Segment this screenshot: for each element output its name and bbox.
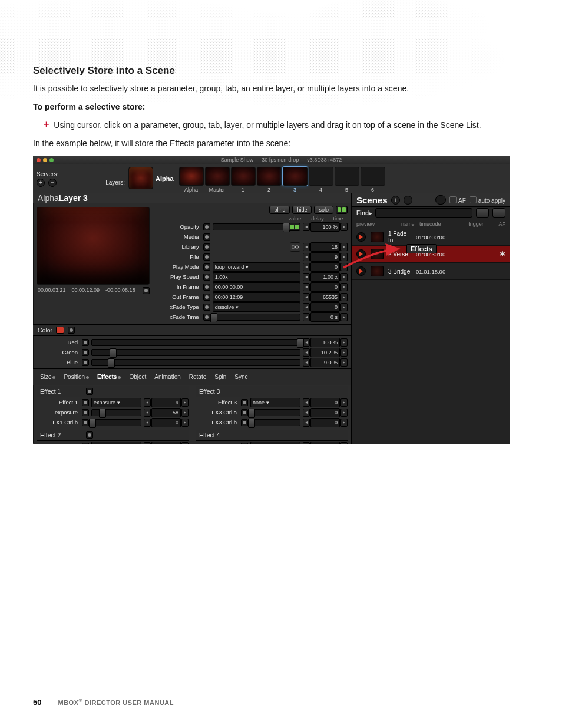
effect3-header[interactable]: Effect 3 [196,386,348,397]
step-up-button[interactable]: ▸ [340,442,348,445]
layer-thumb[interactable]: Master [204,167,230,193]
tab-object[interactable]: Object [127,373,148,381]
param-row[interactable]: Green◂10.2 %▸ [37,347,348,357]
param-value[interactable]: 9 [151,398,181,407]
param-row[interactable]: Opacity◂100 %▸ [158,222,348,232]
param-row[interactable]: Media [158,232,348,242]
param-row[interactable]: Out Frame00:00:12:09◂65535▸ [158,292,348,302]
step-up-button[interactable]: ▸ [181,409,189,417]
server-thumb[interactable] [128,167,153,189]
step-down-button[interactable]: ◂ [303,253,310,261]
param-slider[interactable] [91,409,141,416]
step-up-button[interactable]: ▸ [181,442,189,445]
step-down-button[interactable]: ◂ [144,398,151,407]
step-up-button[interactable]: ▸ [340,303,348,311]
param-value[interactable]: 0 [310,398,340,407]
step-down-button[interactable]: ◂ [303,419,310,427]
blind-button[interactable]: blind [269,206,290,214]
tab-position[interactable]: Position [61,373,91,381]
add-scene-button[interactable]: + [391,196,400,205]
layer-thumb[interactable]: Alpha [178,167,204,193]
auto-apply-toggle[interactable]: auto apply [470,196,505,204]
scene-row[interactable]: 2 Verse01:00:30:00✱ [352,246,510,263]
step-up-button[interactable]: ▸ [340,293,348,301]
param-slider[interactable] [250,419,300,426]
param-value[interactable]: 0 [310,262,340,272]
step-down-button[interactable]: ◂ [303,263,310,271]
layer-thumb[interactable]: 1 [230,167,256,193]
param-select[interactable]: exposure ▾ [91,398,141,407]
step-up-button[interactable]: ▸ [340,253,348,261]
param-row[interactable]: Effect 2none ▾◂0▸ [37,441,189,444]
param-value[interactable]: 0 [151,418,181,427]
param-row[interactable]: In Frame00:00:00:00◂0▸ [158,282,348,292]
minimize-icon[interactable] [43,158,47,162]
param-row[interactable]: Effect 1exposure ▾◂9▸ [37,397,189,407]
param-slider[interactable] [250,409,300,416]
param-row[interactable]: Play Modeloop forward ▾◂0▸ [158,262,348,272]
param-row[interactable]: File◂9▸ [158,252,348,262]
layer-thumb[interactable]: 5 [334,167,360,193]
step-up-button[interactable]: ▸ [181,398,189,407]
param-row[interactable]: Effect 3none ▾◂0▸ [196,397,348,407]
step-down-button[interactable]: ◂ [303,273,310,281]
param-value[interactable]: 0 [310,408,340,417]
step-down-button[interactable]: ◂ [303,313,310,321]
step-up-button[interactable]: ▸ [340,223,348,231]
add-server-button[interactable]: + [37,179,45,187]
step-down-button[interactable]: ◂ [144,442,151,445]
param-row[interactable]: Red◂100 %▸ [37,337,348,347]
param-field[interactable]: 1.00x [213,272,300,282]
tab-size[interactable]: Size [38,373,58,381]
param-slider[interactable] [213,314,300,321]
hide-button[interactable]: hide [292,206,312,214]
param-row[interactable]: FX3 Ctrl b◂0▸ [196,417,348,427]
tab-rotate[interactable]: Rotate [187,373,209,381]
param-field[interactable]: 00:00:12:09 [213,292,300,302]
param-slider[interactable] [91,339,300,346]
param-value[interactable]: 0 [310,282,340,292]
zoom-icon[interactable] [49,158,54,162]
layer-thumb[interactable]: 6 [360,167,386,193]
step-up-button[interactable]: ▸ [340,348,348,357]
find-prev-button[interactable] [476,208,489,218]
step-up-button[interactable]: ▸ [340,313,348,321]
param-slider[interactable] [213,223,286,230]
layer-thumb[interactable]: 4 [308,167,334,193]
effect4-header[interactable]: Effect 4 [196,430,348,441]
param-slider[interactable] [91,349,300,356]
step-down-button[interactable]: ◂ [303,358,310,367]
param-value[interactable]: 0 s [310,312,340,322]
step-down-button[interactable]: ◂ [303,348,310,357]
param-value[interactable]: 0 [310,418,340,427]
tab-effects[interactable]: Effects [95,373,123,381]
remove-scene-button[interactable]: − [404,196,412,205]
step-up-button[interactable]: ▸ [181,419,189,427]
param-value[interactable]: 0 [310,302,340,312]
param-value[interactable]: 18 [310,242,340,252]
step-up-button[interactable]: ▸ [340,273,348,281]
param-select[interactable]: none ▾ [250,398,300,407]
param-value[interactable]: 65535 [310,292,340,302]
param-slider[interactable] [91,359,300,366]
tab-spin[interactable]: Spin [212,373,229,381]
layer-thumb[interactable]: 2 [256,167,282,193]
play-icon[interactable] [356,232,366,242]
step-down-button[interactable]: ◂ [303,293,310,301]
step-up-button[interactable]: ▸ [340,338,348,347]
step-up-button[interactable]: ▸ [340,283,348,291]
step-down-button[interactable]: ◂ [303,223,310,231]
step-up-button[interactable]: ▸ [340,398,348,407]
tab-sync[interactable]: Sync [232,373,250,381]
param-row[interactable]: Blue◂9.0 %▸ [37,357,348,367]
step-down-button[interactable]: ◂ [303,303,310,311]
step-down-button[interactable]: ◂ [303,398,310,407]
effect1-header[interactable]: Effect 1 [37,386,189,397]
param-row[interactable]: Effect 4none ▾◂0▸ [196,441,348,444]
param-value[interactable]: 9.0 % [310,358,340,367]
param-row[interactable]: xFade Time◂0 s▸ [158,312,348,322]
param-field[interactable]: 00:00:00:00 [213,282,300,292]
step-down-button[interactable]: ◂ [144,409,151,417]
step-up-button[interactable]: ▸ [340,419,348,427]
step-up-button[interactable]: ▸ [340,263,348,271]
